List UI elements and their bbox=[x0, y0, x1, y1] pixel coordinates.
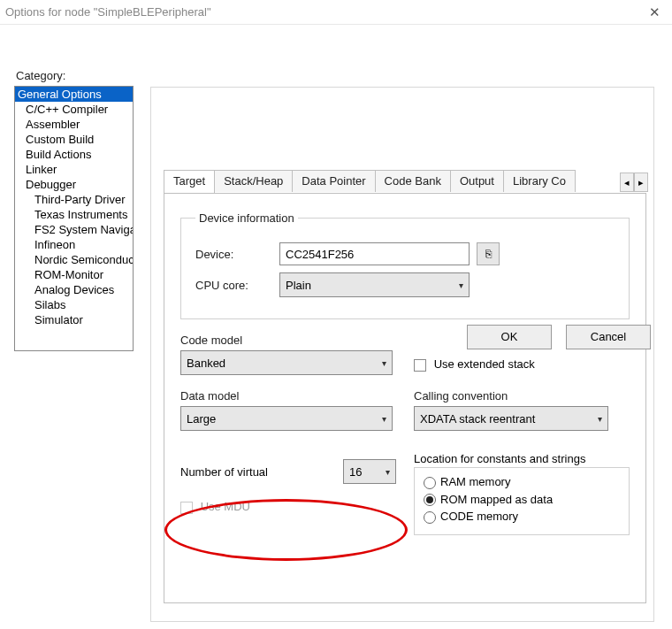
device-info-legend: Device information bbox=[195, 211, 298, 225]
calling-conv-label: Calling convention bbox=[414, 389, 630, 403]
tab-body-target: Device information Device: ⎘ CPU core: P… bbox=[164, 193, 646, 603]
cpu-core-select[interactable]: Plain ▾ bbox=[279, 272, 470, 297]
list-item[interactable]: FS2 System Naviga bbox=[15, 222, 133, 237]
location-rom-label: ROM mapped as data bbox=[440, 493, 553, 506]
data-model-label: Data model bbox=[180, 389, 396, 403]
num-virtual-select[interactable]: 16 ▾ bbox=[343, 459, 396, 484]
tab-codebank[interactable]: Code Bank bbox=[375, 170, 451, 192]
code-model-select[interactable]: Banked ▾ bbox=[180, 350, 393, 375]
list-item[interactable]: Analog Devices bbox=[15, 282, 133, 297]
device-label: Device: bbox=[195, 248, 279, 261]
location-ram-radio[interactable] bbox=[424, 477, 436, 489]
chevron-down-icon: ▾ bbox=[382, 358, 386, 368]
list-item[interactable]: Simulator bbox=[15, 312, 133, 327]
cpu-core-value: Plain bbox=[286, 279, 311, 292]
chevron-down-icon: ▾ bbox=[459, 280, 463, 290]
list-item[interactable]: Silabs bbox=[15, 297, 133, 312]
extended-stack-label: Use extended stack bbox=[434, 357, 535, 371]
chevron-down-icon: ▾ bbox=[382, 414, 386, 424]
list-item[interactable]: C/C++ Compiler bbox=[15, 102, 133, 117]
use-mdu-label: Use MDU bbox=[201, 500, 250, 513]
device-input[interactable] bbox=[279, 242, 470, 265]
category-label: Category: bbox=[16, 69, 658, 82]
code-model-label: Code model bbox=[180, 334, 396, 347]
location-code-radio[interactable] bbox=[424, 511, 436, 524]
calling-conv-value: XDATA stack reentrant bbox=[420, 412, 535, 426]
code-model-value: Banked bbox=[187, 357, 225, 370]
options-panel: Target Stack/Heap Data Pointer Code Bank… bbox=[150, 87, 654, 622]
tab-target[interactable]: Target bbox=[164, 170, 215, 193]
list-item[interactable]: Build Actions bbox=[15, 147, 133, 162]
chevron-down-icon: ▾ bbox=[598, 414, 602, 424]
chevron-down-icon: ▾ bbox=[386, 467, 390, 477]
num-virtual-value: 16 bbox=[349, 465, 362, 479]
cancel-button[interactable]: Cancel bbox=[566, 325, 651, 349]
location-ram-label: RAM memory bbox=[440, 475, 510, 488]
location-label: Location for constants and strings bbox=[414, 452, 630, 465]
close-icon[interactable]: ✕ bbox=[637, 0, 672, 25]
list-item[interactable]: Linker bbox=[15, 162, 133, 177]
tab-stackheap[interactable]: Stack/Heap bbox=[214, 170, 293, 192]
list-item[interactable]: Third-Party Driver bbox=[15, 192, 133, 207]
location-code-label: CODE memory bbox=[440, 510, 518, 523]
extended-stack-checkbox[interactable] bbox=[414, 359, 426, 372]
list-item[interactable]: Debugger bbox=[15, 177, 133, 192]
titlebar: Options for node "SimpleBLEPeripheral" ✕ bbox=[0, 0, 672, 25]
tab-output[interactable]: Output bbox=[450, 170, 504, 192]
use-mdu-checkbox bbox=[180, 502, 193, 514]
cpu-core-label: CPU core: bbox=[195, 279, 279, 292]
list-item[interactable]: Custom Build bbox=[15, 132, 133, 147]
tab-scroll-left-icon[interactable]: ◂ bbox=[620, 173, 634, 192]
list-item[interactable]: Nordic Semiconduc bbox=[15, 252, 133, 267]
tab-library[interactable]: Library Co bbox=[503, 170, 576, 192]
tab-scroll-right-icon[interactable]: ▸ bbox=[634, 173, 648, 192]
list-item[interactable]: Texas Instruments bbox=[15, 207, 133, 222]
data-model-select[interactable]: Large ▾ bbox=[180, 406, 393, 431]
list-item[interactable]: Infineon bbox=[15, 237, 133, 252]
location-rom-radio[interactable] bbox=[424, 494, 436, 506]
device-info-group: Device information Device: ⎘ CPU core: P… bbox=[180, 211, 630, 319]
num-virtual-label: Number of virtual bbox=[180, 465, 343, 479]
category-list[interactable]: General Options C/C++ Compiler Assembler… bbox=[14, 86, 134, 351]
tab-datapointer[interactable]: Data Pointer bbox=[292, 170, 375, 192]
list-item[interactable]: Assembler bbox=[15, 117, 133, 132]
device-browse-icon[interactable]: ⎘ bbox=[477, 242, 500, 265]
list-item[interactable]: ROM-Monitor bbox=[15, 267, 133, 282]
calling-conv-select[interactable]: XDATA stack reentrant ▾ bbox=[414, 406, 608, 431]
window-title: Options for node "SimpleBLEPeripheral" bbox=[5, 0, 211, 25]
ok-button[interactable]: OK bbox=[467, 325, 552, 349]
data-model-value: Large bbox=[187, 412, 216, 426]
list-item[interactable]: General Options bbox=[15, 87, 133, 102]
